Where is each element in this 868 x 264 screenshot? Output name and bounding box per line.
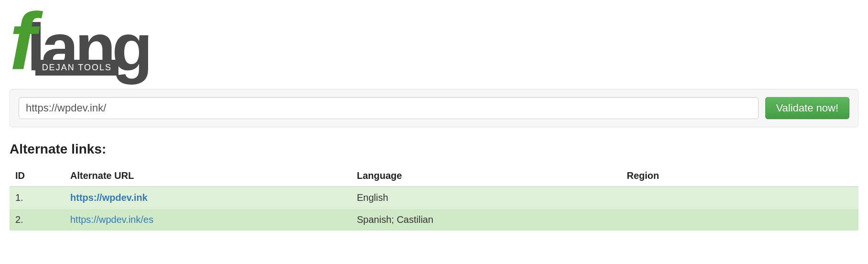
results-body: 1.https://wpdev.inkEnglish2.https://wpde… [10,187,858,231]
validate-button[interactable]: Validate now! [765,97,849,119]
cell-url: https://wpdev.ink [64,187,351,209]
cell-language: Spanish; Castilian [351,209,621,231]
cell-id: 1. [10,187,64,209]
results-heading: Alternate links: [10,142,858,157]
column-language: Language [351,165,621,187]
cell-url: https://wpdev.ink/es [64,209,351,231]
alternate-url-link[interactable]: https://wpdev.ink/es [70,214,153,225]
validate-form: Validate now! [10,89,858,127]
url-input[interactable] [19,97,759,119]
cell-region [621,187,858,209]
results-table: ID Alternate URL Language Region 1.https… [10,165,858,231]
table-row: 2.https://wpdev.ink/esSpanish; Castilian [10,209,858,231]
column-region: Region [621,165,858,187]
column-url: Alternate URL [64,165,351,187]
logo-letter-f: f [10,1,32,82]
logo: f lang DEJAN TOOLS [10,0,158,80]
cell-language: English [351,187,621,209]
table-row: 1.https://wpdev.inkEnglish [10,187,858,209]
cell-region [621,209,858,231]
alternate-url-link[interactable]: https://wpdev.ink [70,192,148,203]
logo-badge: DEJAN TOOLS [35,60,118,76]
column-id: ID [10,165,64,187]
cell-id: 2. [10,209,64,231]
